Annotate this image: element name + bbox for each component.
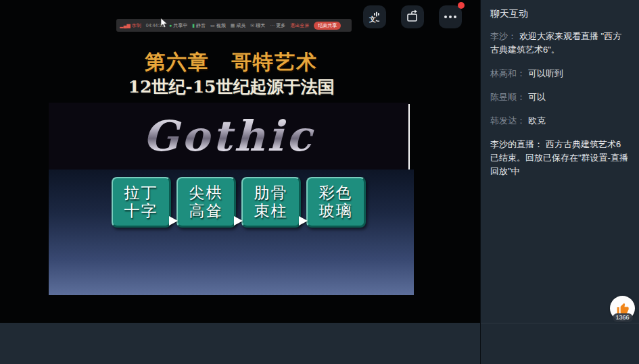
- camera-icon: ▭: [210, 23, 215, 28]
- svg-text:文: 文: [369, 16, 376, 23]
- toolbar-item-video: ▭ 视频: [210, 22, 226, 29]
- exit-fullscreen-label: 退出全屏: [290, 22, 309, 29]
- toolbar-item-sharing: ● 共享中: [169, 22, 187, 29]
- gothic-wordmark: Gothic: [143, 111, 314, 161]
- like-button[interactable]: 1366: [610, 296, 635, 321]
- notification-dot: [458, 2, 465, 9]
- chat-username: 韩发达：: [490, 115, 525, 126]
- text-caret-line: [408, 104, 410, 172]
- live-stream-window: ▂▄▆ 录制 04:44:10 ● 共享中 ▮ 静音 ▭ 视频 ▦ 成员 ✉: [0, 0, 639, 364]
- flow-arrow-icon: [299, 216, 308, 226]
- more-dots-icon: [444, 16, 456, 18]
- end-share-button: 结束共享: [314, 22, 341, 30]
- flow-box-stained-glass: 彩色 玻璃: [306, 177, 366, 228]
- flow-box-rib-vault: 肋骨 束柱: [241, 177, 301, 228]
- toolbar-item-chat: ✉ 聊天: [250, 22, 265, 29]
- flow-arrow-icon: [234, 216, 243, 226]
- chat-username: 李沙的直播：: [490, 139, 543, 149]
- mouse-pointer-icon: [160, 18, 168, 28]
- flow-box-latin-cross: 拉丁 十字: [112, 177, 171, 228]
- chat-username: 李沙：: [490, 31, 517, 41]
- chat-panel: 聊天互动 李沙：欢迎大家来观看直播 "西方古典建筑艺术6"。 林高和：可以听到 …: [480, 0, 639, 364]
- subtitle-translate-button[interactable]: 文: [363, 5, 386, 28]
- chat-message: 李沙：欢迎大家来观看直播 "西方古典建筑艺术6"。: [490, 30, 630, 57]
- chat-panel-title: 聊天互动: [481, 0, 639, 20]
- toolbar-item-members: ▦ 成员: [231, 22, 246, 29]
- toolbar-item-more: ⋯ 更多: [270, 22, 285, 29]
- chat-input-bar: 发送: [481, 323, 639, 364]
- chat-username: 陈昱顺：: [490, 92, 525, 102]
- voice-to-text-icon: 文: [367, 9, 382, 24]
- recording-indicator: ▂▄▆ 录制: [120, 22, 141, 29]
- chat-username: 林高和：: [490, 68, 525, 78]
- host-info-bar: 主播: 沙 李沙 标题: 西方古典建筑艺术6: [0, 323, 480, 364]
- chat-system-message: 李沙的直播：西方古典建筑艺术6 已结束。回放已保存在"群设置-直播回放"中: [490, 138, 630, 178]
- like-count-badge: 1366: [612, 313, 632, 322]
- chat-message: 陈昱顺：可以: [490, 90, 630, 104]
- slide-subtitle: 12世纪-15世纪起源于法国: [49, 76, 414, 98]
- flow-arrow-icon: [169, 216, 178, 226]
- more-icon: ⋯: [270, 23, 275, 28]
- chat-bubble-icon: ✉: [250, 23, 254, 28]
- video-stream-area[interactable]: ▂▄▆ 录制 04:44:10 ● 共享中 ▮ 静音 ▭ 视频 ▦ 成员 ✉: [0, 0, 480, 323]
- slide-chapter-title: 第六章 哥特艺术: [49, 49, 414, 76]
- chat-message: 韩发达：欧克: [490, 114, 630, 128]
- gothic-image: Gothic: [49, 103, 408, 170]
- members-icon: ▦: [231, 23, 235, 28]
- mini-window-icon: [405, 9, 420, 24]
- signal-bars-icon: ▂▄▆: [120, 23, 131, 28]
- more-options-button[interactable]: [439, 5, 462, 28]
- shared-screen-toolbar: ▂▄▆ 录制 04:44:10 ● 共享中 ▮ 静音 ▭ 视频 ▦ 成员 ✉: [116, 19, 352, 32]
- chat-message: 林高和：可以听到: [490, 67, 630, 80]
- flow-box-pointed-arch: 尖栱 高耸: [176, 177, 236, 228]
- mini-window-button[interactable]: [401, 5, 424, 28]
- mic-icon: ▮: [192, 23, 195, 28]
- chat-message-list[interactable]: 李沙：欢迎大家来观看直播 "西方古典建筑艺术6"。 林高和：可以听到 陈昱顺：可…: [481, 30, 639, 293]
- toolbar-item-mic: ▮ 静音: [192, 22, 206, 29]
- sharing-dot-icon: ●: [169, 23, 172, 28]
